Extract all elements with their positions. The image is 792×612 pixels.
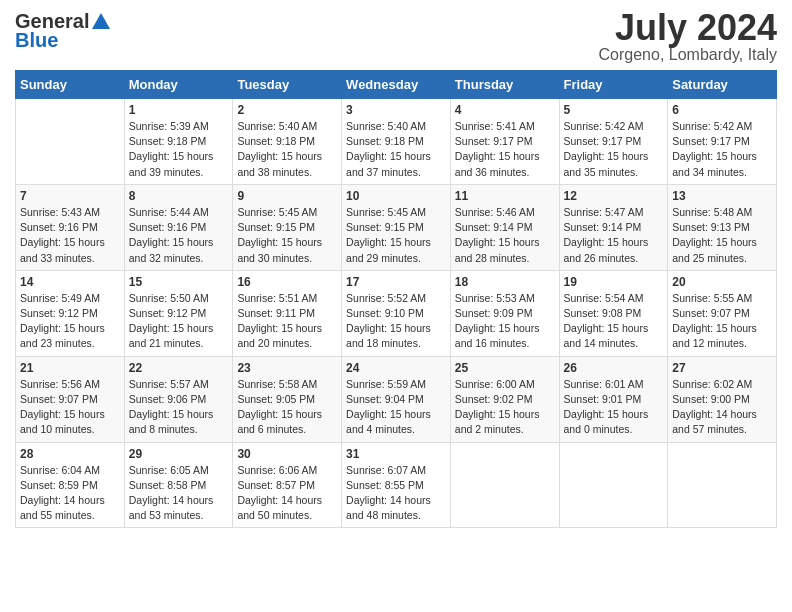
day-number: 27	[672, 361, 772, 375]
calendar-day-cell: 12Sunrise: 5:47 AMSunset: 9:14 PMDayligh…	[559, 184, 668, 270]
daylight: Daylight: 15 hours and 14 minutes.	[564, 322, 649, 349]
day-of-week-header: Saturday	[668, 71, 777, 99]
calendar-week-row: 28Sunrise: 6:04 AMSunset: 8:59 PMDayligh…	[16, 442, 777, 528]
sunset: Sunset: 8:55 PM	[346, 479, 424, 491]
calendar-day-cell: 27Sunrise: 6:02 AMSunset: 9:00 PMDayligh…	[668, 356, 777, 442]
daylight: Daylight: 14 hours and 48 minutes.	[346, 494, 431, 521]
day-info: Sunrise: 6:07 AMSunset: 8:55 PMDaylight:…	[346, 463, 446, 524]
daylight: Daylight: 15 hours and 29 minutes.	[346, 236, 431, 263]
day-number: 11	[455, 189, 555, 203]
calendar-day-cell: 22Sunrise: 5:57 AMSunset: 9:06 PMDayligh…	[124, 356, 233, 442]
day-info: Sunrise: 5:55 AMSunset: 9:07 PMDaylight:…	[672, 291, 772, 352]
sunrise: Sunrise: 5:58 AM	[237, 378, 317, 390]
daylight: Daylight: 14 hours and 57 minutes.	[672, 408, 757, 435]
day-info: Sunrise: 6:04 AMSunset: 8:59 PMDaylight:…	[20, 463, 120, 524]
day-info: Sunrise: 5:42 AMSunset: 9:17 PMDaylight:…	[564, 119, 664, 180]
day-info: Sunrise: 5:53 AMSunset: 9:09 PMDaylight:…	[455, 291, 555, 352]
day-number: 26	[564, 361, 664, 375]
calendar-day-cell: 7Sunrise: 5:43 AMSunset: 9:16 PMDaylight…	[16, 184, 125, 270]
sunset: Sunset: 9:08 PM	[564, 307, 642, 319]
sunrise: Sunrise: 6:05 AM	[129, 464, 209, 476]
day-info: Sunrise: 5:58 AMSunset: 9:05 PMDaylight:…	[237, 377, 337, 438]
day-info: Sunrise: 5:40 AMSunset: 9:18 PMDaylight:…	[346, 119, 446, 180]
calendar-day-cell: 21Sunrise: 5:56 AMSunset: 9:07 PMDayligh…	[16, 356, 125, 442]
daylight: Daylight: 15 hours and 18 minutes.	[346, 322, 431, 349]
daylight: Daylight: 15 hours and 39 minutes.	[129, 150, 214, 177]
day-info: Sunrise: 6:05 AMSunset: 8:58 PMDaylight:…	[129, 463, 229, 524]
daylight: Daylight: 15 hours and 32 minutes.	[129, 236, 214, 263]
day-number: 5	[564, 103, 664, 117]
sunrise: Sunrise: 5:42 AM	[564, 120, 644, 132]
daylight: Daylight: 15 hours and 30 minutes.	[237, 236, 322, 263]
sunrise: Sunrise: 5:57 AM	[129, 378, 209, 390]
sunset: Sunset: 9:17 PM	[455, 135, 533, 147]
sunrise: Sunrise: 5:48 AM	[672, 206, 752, 218]
calendar-day-cell: 24Sunrise: 5:59 AMSunset: 9:04 PMDayligh…	[342, 356, 451, 442]
day-of-week-header: Thursday	[450, 71, 559, 99]
sunrise: Sunrise: 5:47 AM	[564, 206, 644, 218]
daylight: Daylight: 15 hours and 33 minutes.	[20, 236, 105, 263]
sunset: Sunset: 9:16 PM	[20, 221, 98, 233]
day-number: 23	[237, 361, 337, 375]
sunset: Sunset: 9:12 PM	[129, 307, 207, 319]
daylight: Daylight: 15 hours and 25 minutes.	[672, 236, 757, 263]
day-info: Sunrise: 5:54 AMSunset: 9:08 PMDaylight:…	[564, 291, 664, 352]
day-number: 24	[346, 361, 446, 375]
calendar-day-cell: 5Sunrise: 5:42 AMSunset: 9:17 PMDaylight…	[559, 99, 668, 185]
daylight: Daylight: 15 hours and 0 minutes.	[564, 408, 649, 435]
calendar-day-cell	[668, 442, 777, 528]
month-title: July 2024	[599, 10, 777, 46]
day-number: 30	[237, 447, 337, 461]
sunrise: Sunrise: 6:04 AM	[20, 464, 100, 476]
sunrise: Sunrise: 5:41 AM	[455, 120, 535, 132]
day-of-week-header: Sunday	[16, 71, 125, 99]
sunset: Sunset: 8:57 PM	[237, 479, 315, 491]
sunset: Sunset: 9:02 PM	[455, 393, 533, 405]
sunrise: Sunrise: 5:46 AM	[455, 206, 535, 218]
day-number: 12	[564, 189, 664, 203]
day-number: 3	[346, 103, 446, 117]
daylight: Daylight: 15 hours and 2 minutes.	[455, 408, 540, 435]
day-of-week-header: Friday	[559, 71, 668, 99]
daylight: Daylight: 15 hours and 21 minutes.	[129, 322, 214, 349]
daylight: Daylight: 15 hours and 16 minutes.	[455, 322, 540, 349]
sunset: Sunset: 9:05 PM	[237, 393, 315, 405]
sunset: Sunset: 9:14 PM	[564, 221, 642, 233]
daylight: Daylight: 15 hours and 36 minutes.	[455, 150, 540, 177]
day-number: 28	[20, 447, 120, 461]
sunset: Sunset: 9:07 PM	[20, 393, 98, 405]
day-of-week-header: Tuesday	[233, 71, 342, 99]
calendar-day-cell: 8Sunrise: 5:44 AMSunset: 9:16 PMDaylight…	[124, 184, 233, 270]
day-number: 9	[237, 189, 337, 203]
daylight: Daylight: 15 hours and 37 minutes.	[346, 150, 431, 177]
calendar-header-row: SundayMondayTuesdayWednesdayThursdayFrid…	[16, 71, 777, 99]
daylight: Daylight: 15 hours and 4 minutes.	[346, 408, 431, 435]
calendar-day-cell: 23Sunrise: 5:58 AMSunset: 9:05 PMDayligh…	[233, 356, 342, 442]
day-number: 15	[129, 275, 229, 289]
day-number: 31	[346, 447, 446, 461]
calendar-day-cell	[559, 442, 668, 528]
calendar-day-cell: 3Sunrise: 5:40 AMSunset: 9:18 PMDaylight…	[342, 99, 451, 185]
daylight: Daylight: 15 hours and 20 minutes.	[237, 322, 322, 349]
sunset: Sunset: 9:15 PM	[346, 221, 424, 233]
day-number: 25	[455, 361, 555, 375]
day-info: Sunrise: 5:52 AMSunset: 9:10 PMDaylight:…	[346, 291, 446, 352]
day-number: 6	[672, 103, 772, 117]
calendar-day-cell: 15Sunrise: 5:50 AMSunset: 9:12 PMDayligh…	[124, 270, 233, 356]
sunset: Sunset: 9:10 PM	[346, 307, 424, 319]
sunrise: Sunrise: 5:45 AM	[346, 206, 426, 218]
day-number: 13	[672, 189, 772, 203]
sunset: Sunset: 9:13 PM	[672, 221, 750, 233]
title-section: July 2024 Corgeno, Lombardy, Italy	[599, 10, 777, 64]
sunset: Sunset: 9:16 PM	[129, 221, 207, 233]
calendar-week-row: 7Sunrise: 5:43 AMSunset: 9:16 PMDaylight…	[16, 184, 777, 270]
calendar-day-cell	[16, 99, 125, 185]
day-info: Sunrise: 5:56 AMSunset: 9:07 PMDaylight:…	[20, 377, 120, 438]
day-number: 7	[20, 189, 120, 203]
day-info: Sunrise: 5:59 AMSunset: 9:04 PMDaylight:…	[346, 377, 446, 438]
daylight: Daylight: 15 hours and 23 minutes.	[20, 322, 105, 349]
location: Corgeno, Lombardy, Italy	[599, 46, 777, 64]
sunset: Sunset: 9:18 PM	[237, 135, 315, 147]
daylight: Daylight: 15 hours and 28 minutes.	[455, 236, 540, 263]
calendar-day-cell: 18Sunrise: 5:53 AMSunset: 9:09 PMDayligh…	[450, 270, 559, 356]
